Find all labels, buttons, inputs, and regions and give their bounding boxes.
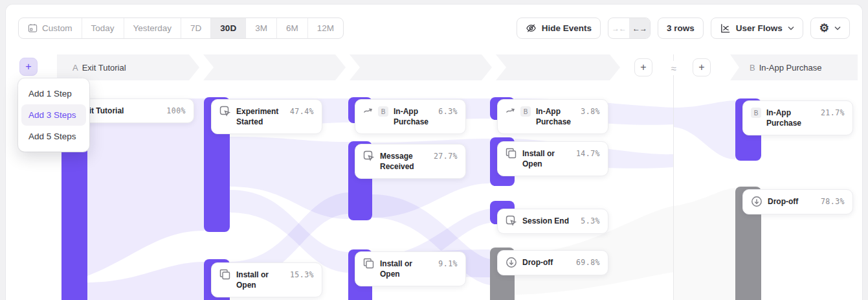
calendar-icon: [28, 23, 38, 33]
date-range-30d[interactable]: 30D: [211, 18, 246, 38]
chevron-down-icon: [834, 26, 841, 30]
drop-off-icon: [751, 196, 762, 207]
step-b-badge: B: [520, 106, 531, 117]
node-label: In-App Purchase: [536, 106, 575, 127]
node-card-exit-tutorial[interactable]: Exit Tutorial 100%: [71, 98, 194, 123]
date-range-12m[interactable]: 12M: [308, 18, 343, 38]
node-card-install-or-open-15[interactable]: Install or Open 15.3%: [211, 262, 322, 297]
step-band-segment-2[interactable]: [203, 54, 346, 80]
date-range-today[interactable]: Today: [82, 18, 124, 38]
node-value: 6.3%: [438, 106, 458, 116]
date-range-label: Custom: [42, 23, 72, 33]
date-range-7d[interactable]: 7D: [181, 18, 211, 38]
date-range-6m[interactable]: 6M: [277, 18, 308, 38]
node-label: In-App Purchase: [394, 106, 433, 127]
add-step-button-left[interactable]: +: [19, 58, 38, 76]
date-range-selector: Custom Today Yesterday 7D 30D 3M 6M 12M: [18, 17, 344, 39]
date-range-3m[interactable]: 3M: [246, 18, 277, 38]
node-card-experiment-started[interactable]: Experiment Started 47.4%: [211, 99, 322, 134]
toolbar: Custom Today Yesterday 7D 30D 3M 6M 12M …: [18, 17, 850, 39]
view-selector-label: User Flows: [736, 23, 783, 33]
step-a-header: A Exit Tutorial: [72, 54, 126, 80]
node-card-install-or-open-14[interactable]: Install or Open 14.7%: [497, 141, 608, 176]
step-a-label: Exit Tutorial: [82, 63, 126, 73]
date-range-custom[interactable]: Custom: [19, 18, 82, 38]
collapse-expand-toggle: →← ←→: [608, 17, 651, 39]
node-label: Drop-off: [522, 257, 571, 268]
node-value: 27.7%: [434, 151, 458, 161]
view-selector-button[interactable]: User Flows: [711, 17, 803, 39]
node-value: 21.7%: [821, 108, 845, 117]
hide-events-button[interactable]: Hide Events: [517, 17, 601, 39]
active-event-icon: [506, 215, 517, 227]
node-card-drop-off-78[interactable]: Drop-off 78.3%: [742, 189, 853, 214]
step-letter-a: A: [72, 63, 78, 73]
node-value: 15.3%: [290, 270, 314, 279]
add-step-button-right[interactable]: +: [693, 58, 711, 76]
node-label: Session End: [522, 216, 575, 226]
install-open-icon: [506, 148, 517, 159]
rows-button[interactable]: 3 rows: [658, 17, 704, 39]
active-event-icon: [219, 106, 231, 117]
flow-arrow-icon: [506, 106, 515, 115]
node-value: 5.3%: [581, 216, 600, 225]
arrows-outward-icon: ←→: [632, 24, 647, 33]
install-open-icon: [363, 258, 375, 270]
active-event-icon: [363, 150, 375, 162]
drop-off-icon: [506, 257, 517, 268]
step-b-label: In-App Purchase: [759, 63, 822, 73]
node-value: 3.8%: [581, 106, 600, 116]
node-value: 9.1%: [438, 259, 458, 268]
step-b-badge: B: [378, 106, 388, 117]
eye-off-icon: [526, 23, 537, 34]
node-value: 100%: [166, 106, 186, 115]
arrows-inward-icon: →←: [612, 24, 626, 33]
rows-label: 3 rows: [667, 23, 695, 33]
node-label: Install or Open: [380, 259, 433, 279]
flow-arrow-icon: [363, 106, 373, 115]
node-label: Drop-off: [768, 196, 816, 207]
step-b-badge: B: [751, 108, 761, 118]
chevron-down-icon: [788, 26, 794, 30]
menu-item-add-3-steps[interactable]: Add 3 Steps: [21, 104, 86, 126]
node-card-message-received[interactable]: Message Received 27.7%: [355, 144, 466, 179]
hide-events-label: Hide Events: [542, 23, 592, 33]
node-label: Message Received: [380, 151, 428, 172]
node-label: Exit Tutorial: [80, 106, 161, 116]
node-card-in-app-purchase-3[interactable]: B In-App Purchase 3.8%: [497, 99, 608, 134]
node-label: In-App Purchase: [766, 108, 816, 128]
install-open-icon: [219, 269, 231, 281]
node-card-in-app-purchase-21[interactable]: B In-App Purchase 21.7%: [742, 100, 853, 135]
add-steps-menu: Add 1 Step Add 3 Steps Add 5 Steps: [18, 78, 89, 152]
toolbar-right-group: Hide Events →← ←→ 3 rows: [517, 17, 850, 39]
node-value: 69.8%: [576, 257, 600, 267]
step-band-segment-4[interactable]: [496, 54, 620, 80]
user-flows-app: Custom Today Yesterday 7D 30D 3M 6M 12M …: [0, 0, 868, 300]
section-divider: [673, 54, 674, 300]
date-range-yesterday[interactable]: Yesterday: [124, 18, 182, 38]
user-flows-chart-icon: [720, 23, 731, 34]
step-letter-b: B: [750, 63, 755, 73]
approx-separator: ≈: [665, 61, 682, 75]
menu-item-add-1-step[interactable]: Add 1 Step: [21, 83, 86, 104]
settings-button[interactable]: ⚙: [810, 17, 850, 39]
node-value: 14.7%: [576, 148, 600, 158]
step-band-segment-3[interactable]: [350, 54, 492, 80]
node-card-drop-off-69[interactable]: Drop-off 69.8%: [497, 250, 608, 275]
node-value: 78.3%: [821, 196, 845, 206]
node-card-session-end[interactable]: Session End 5.3%: [497, 209, 608, 234]
node-label: Experiment Started: [236, 106, 285, 127]
node-card-in-app-purchase-6[interactable]: B In-App Purchase 6.3%: [355, 99, 466, 134]
expand-columns-button[interactable]: ←→: [629, 18, 650, 38]
node-card-install-or-open-9[interactable]: Install or Open 9.1%: [355, 251, 466, 286]
add-step-button-middle[interactable]: +: [634, 58, 652, 76]
gear-icon: ⚙: [819, 23, 829, 34]
step-b-header: B In-App Purchase: [750, 54, 822, 80]
node-value: 47.4%: [290, 106, 314, 116]
node-label: Install or Open: [236, 270, 285, 290]
node-label: Install or Open: [522, 148, 571, 169]
menu-item-add-5-steps[interactable]: Add 5 Steps: [21, 126, 86, 147]
collapse-columns-button[interactable]: →←: [608, 18, 629, 38]
